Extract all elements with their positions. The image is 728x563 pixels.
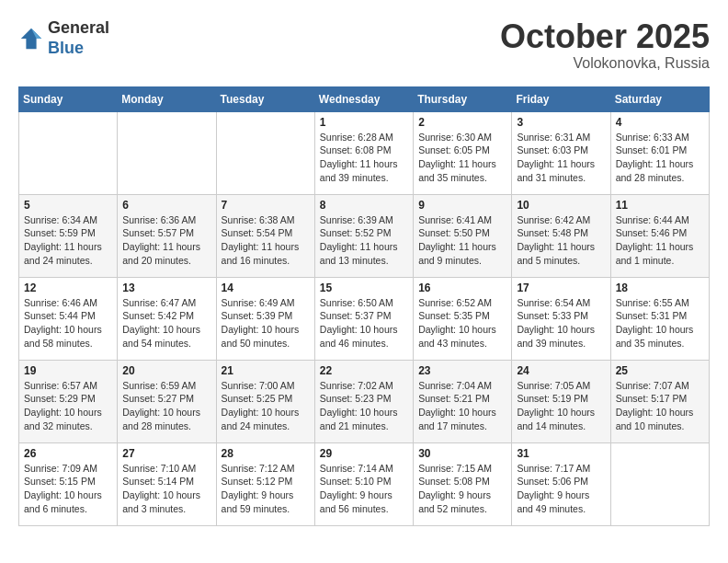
day-number: 29: [320, 447, 408, 460]
logo: General Blue: [18, 18, 109, 58]
day-number: 21: [222, 364, 310, 377]
calendar-cell: 11 Sunrise: 6:44 AM Sunset: 5:46 PM Dayl…: [610, 194, 709, 277]
day-number: 13: [122, 282, 210, 294]
day-number: 4: [616, 116, 704, 129]
weekday-header: Friday: [512, 86, 610, 111]
day-info: Sunrise: 7:14 AM Sunset: 5:10 PM Dayligh…: [320, 462, 408, 516]
calendar-week-row: 19 Sunrise: 6:57 AM Sunset: 5:29 PM Dayl…: [19, 360, 710, 442]
calendar-cell: 7 Sunrise: 6:38 AM Sunset: 5:54 PM Dayli…: [216, 194, 314, 277]
calendar-cell: 16 Sunrise: 6:52 AM Sunset: 5:35 PM Dayl…: [414, 277, 512, 360]
calendar-cell: [118, 111, 216, 194]
logo-general: General: [48, 18, 109, 37]
calendar-cell: 17 Sunrise: 6:54 AM Sunset: 5:33 PM Dayl…: [512, 277, 610, 360]
day-info: Sunrise: 6:34 AM Sunset: 5:59 PM Dayligh…: [24, 213, 112, 268]
calendar-cell: 30 Sunrise: 7:15 AM Sunset: 5:08 PM Dayl…: [414, 442, 512, 525]
logo-icon: [18, 26, 44, 52]
title-block: October 2025 Volokonovka, Russia: [500, 18, 710, 72]
calendar-cell: 21 Sunrise: 7:00 AM Sunset: 5:25 PM Dayl…: [216, 360, 314, 442]
day-number: 18: [616, 282, 704, 294]
logo-text: General Blue: [48, 18, 109, 58]
day-info: Sunrise: 7:04 AM Sunset: 5:21 PM Dayligh…: [418, 379, 506, 433]
day-number: 23: [418, 364, 506, 377]
calendar-cell: 2 Sunrise: 6:30 AM Sunset: 6:05 PM Dayli…: [414, 111, 512, 194]
calendar-cell: 8 Sunrise: 6:39 AM Sunset: 5:52 PM Dayli…: [314, 194, 413, 277]
day-number: 15: [320, 282, 408, 294]
day-number: 1: [320, 116, 408, 129]
day-number: 28: [222, 447, 310, 460]
weekday-header: Wednesday: [314, 86, 413, 111]
page-header: General Blue October 2025 Volokonovka, R…: [18, 18, 710, 72]
calendar-cell: [19, 111, 118, 194]
day-info: Sunrise: 6:54 AM Sunset: 5:33 PM Dayligh…: [517, 296, 605, 350]
day-info: Sunrise: 6:36 AM Sunset: 5:57 PM Dayligh…: [122, 213, 210, 268]
day-info: Sunrise: 6:28 AM Sunset: 6:08 PM Dayligh…: [320, 131, 408, 185]
calendar-cell: 9 Sunrise: 6:41 AM Sunset: 5:50 PM Dayli…: [414, 194, 512, 277]
day-info: Sunrise: 7:12 AM Sunset: 5:12 PM Dayligh…: [222, 462, 310, 516]
day-number: 22: [320, 364, 408, 377]
calendar-cell: 19 Sunrise: 6:57 AM Sunset: 5:29 PM Dayl…: [19, 360, 118, 442]
calendar-cell: 3 Sunrise: 6:31 AM Sunset: 6:03 PM Dayli…: [512, 111, 610, 194]
calendar-cell: 24 Sunrise: 7:05 AM Sunset: 5:19 PM Dayl…: [512, 360, 610, 442]
day-info: Sunrise: 6:39 AM Sunset: 5:52 PM Dayligh…: [320, 213, 408, 268]
weekday-header: Tuesday: [216, 86, 314, 111]
calendar-cell: 13 Sunrise: 6:47 AM Sunset: 5:42 PM Dayl…: [118, 277, 216, 360]
calendar-week-row: 12 Sunrise: 6:46 AM Sunset: 5:44 PM Dayl…: [19, 277, 710, 360]
day-info: Sunrise: 7:15 AM Sunset: 5:08 PM Dayligh…: [418, 462, 506, 516]
day-number: 6: [122, 199, 210, 212]
day-number: 30: [418, 447, 506, 460]
day-number: 9: [418, 199, 506, 212]
day-number: 27: [122, 447, 210, 460]
calendar-cell: 6 Sunrise: 6:36 AM Sunset: 5:57 PM Dayli…: [118, 194, 216, 277]
day-number: 26: [24, 447, 112, 460]
day-number: 2: [418, 116, 506, 129]
day-number: 5: [24, 199, 112, 212]
day-info: Sunrise: 7:00 AM Sunset: 5:25 PM Dayligh…: [222, 379, 310, 433]
calendar-cell: 20 Sunrise: 6:59 AM Sunset: 5:27 PM Dayl…: [118, 360, 216, 442]
calendar-cell: 5 Sunrise: 6:34 AM Sunset: 5:59 PM Dayli…: [19, 194, 118, 277]
day-info: Sunrise: 6:59 AM Sunset: 5:27 PM Dayligh…: [122, 379, 210, 433]
day-info: Sunrise: 6:31 AM Sunset: 6:03 PM Dayligh…: [517, 131, 605, 185]
day-number: 10: [517, 199, 605, 212]
day-info: Sunrise: 6:33 AM Sunset: 6:01 PM Dayligh…: [616, 131, 704, 185]
day-info: Sunrise: 7:17 AM Sunset: 5:06 PM Dayligh…: [517, 462, 605, 516]
month-title: October 2025: [500, 18, 710, 55]
weekday-header: Thursday: [414, 86, 512, 111]
weekday-header-row: SundayMondayTuesdayWednesdayThursdayFrid…: [19, 86, 710, 111]
logo-blue: Blue: [48, 39, 84, 57]
weekday-header: Sunday: [19, 86, 118, 111]
location: Volokonovka, Russia: [500, 55, 710, 72]
calendar-cell: 4 Sunrise: 6:33 AM Sunset: 6:01 PM Dayli…: [610, 111, 709, 194]
day-number: 8: [320, 199, 408, 212]
day-info: Sunrise: 6:46 AM Sunset: 5:44 PM Dayligh…: [24, 296, 112, 350]
day-number: 11: [616, 199, 704, 212]
calendar-cell: 1 Sunrise: 6:28 AM Sunset: 6:08 PM Dayli…: [314, 111, 413, 194]
day-number: 20: [122, 364, 210, 377]
calendar-cell: 27 Sunrise: 7:10 AM Sunset: 5:14 PM Dayl…: [118, 442, 216, 525]
calendar-cell: 15 Sunrise: 6:50 AM Sunset: 5:37 PM Dayl…: [314, 277, 413, 360]
weekday-header: Saturday: [610, 86, 709, 111]
weekday-header: Monday: [118, 86, 216, 111]
calendar-cell: [610, 442, 709, 525]
calendar-cell: 29 Sunrise: 7:14 AM Sunset: 5:10 PM Dayl…: [314, 442, 413, 525]
calendar-cell: 10 Sunrise: 6:42 AM Sunset: 5:48 PM Dayl…: [512, 194, 610, 277]
calendar-cell: 22 Sunrise: 7:02 AM Sunset: 5:23 PM Dayl…: [314, 360, 413, 442]
calendar-cell: [216, 111, 314, 194]
calendar-table: SundayMondayTuesdayWednesdayThursdayFrid…: [18, 86, 710, 526]
day-number: 14: [222, 282, 310, 294]
day-number: 31: [517, 447, 605, 460]
day-info: Sunrise: 7:07 AM Sunset: 5:17 PM Dayligh…: [616, 379, 704, 433]
day-info: Sunrise: 6:38 AM Sunset: 5:54 PM Dayligh…: [222, 213, 310, 268]
day-number: 25: [616, 364, 704, 377]
day-info: Sunrise: 7:05 AM Sunset: 5:19 PM Dayligh…: [517, 379, 605, 433]
day-number: 24: [517, 364, 605, 377]
calendar-cell: 26 Sunrise: 7:09 AM Sunset: 5:15 PM Dayl…: [19, 442, 118, 525]
day-info: Sunrise: 6:50 AM Sunset: 5:37 PM Dayligh…: [320, 296, 408, 350]
calendar-cell: 25 Sunrise: 7:07 AM Sunset: 5:17 PM Dayl…: [610, 360, 709, 442]
day-info: Sunrise: 6:49 AM Sunset: 5:39 PM Dayligh…: [222, 296, 310, 350]
day-info: Sunrise: 6:41 AM Sunset: 5:50 PM Dayligh…: [418, 213, 506, 268]
day-info: Sunrise: 7:09 AM Sunset: 5:15 PM Dayligh…: [24, 462, 112, 516]
day-info: Sunrise: 6:42 AM Sunset: 5:48 PM Dayligh…: [517, 213, 605, 268]
calendar-cell: 31 Sunrise: 7:17 AM Sunset: 5:06 PM Dayl…: [512, 442, 610, 525]
day-info: Sunrise: 6:52 AM Sunset: 5:35 PM Dayligh…: [418, 296, 506, 350]
day-number: 12: [24, 282, 112, 294]
